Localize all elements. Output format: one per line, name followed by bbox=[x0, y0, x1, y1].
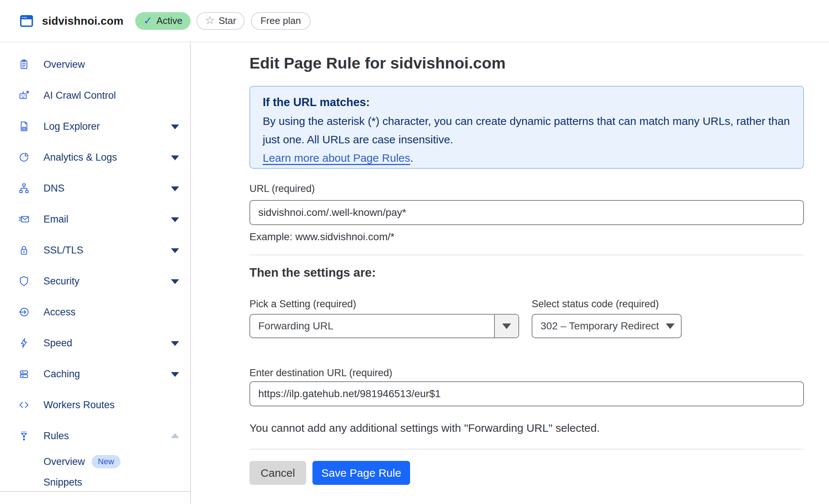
funnel-icon bbox=[18, 430, 29, 441]
info-box-body: By using the asterisk (*) character, you… bbox=[263, 112, 791, 149]
chevron-down-icon bbox=[171, 341, 179, 346]
new-badge: New bbox=[92, 455, 120, 468]
dropdown-arrow-icon bbox=[666, 323, 675, 329]
sidebar-item-label: Email bbox=[43, 214, 69, 225]
padlock-icon bbox=[18, 245, 29, 256]
status-badge-label: Active bbox=[157, 15, 183, 27]
destination-field-label: Enter destination URL (required) bbox=[249, 367, 392, 379]
sidebar-item-workers-routes[interactable]: Workers Routes bbox=[0, 389, 190, 420]
learn-more-link[interactable]: Learn more about Page Rules bbox=[263, 152, 410, 164]
dropdown-arrow-button[interactable] bbox=[494, 315, 518, 337]
setting-select-label: Pick a Setting (required) bbox=[249, 298, 356, 310]
chevron-down-icon bbox=[171, 248, 179, 253]
save-page-rule-button[interactable]: Save Page Rule bbox=[312, 461, 410, 485]
sidebar-item-label: Caching bbox=[43, 368, 80, 380]
top-bar: sidvishnoi.com ✓ Active ☆ Star Free plan bbox=[0, 0, 829, 42]
sidebar-item-label: DNS bbox=[43, 183, 64, 194]
sidebar-item-email[interactable]: Email bbox=[0, 204, 190, 235]
sidebar-item-overview[interactable]: Overview bbox=[0, 49, 190, 80]
sidebar-item-label: Log Explorer bbox=[43, 121, 100, 132]
sidebar-item-analytics-logs[interactable]: Analytics & Logs bbox=[0, 142, 190, 173]
dropdown-arrow-icon bbox=[502, 323, 511, 329]
url-example-hint: Example: www.sidvishnoi.com/* bbox=[249, 231, 395, 243]
sidebar-item-label: Rules bbox=[43, 430, 69, 442]
browser-window-icon bbox=[20, 14, 34, 28]
sidebar-subitem-label: Overview bbox=[43, 456, 85, 468]
site-name: sidvishnoi.com bbox=[42, 15, 123, 27]
sidebar-item-dns[interactable]: DNS bbox=[0, 173, 190, 204]
code-brackets-icon bbox=[18, 399, 29, 410]
sidebar-item-label: Overview bbox=[43, 59, 85, 70]
pie-chart-icon bbox=[18, 152, 29, 163]
divider bbox=[249, 255, 804, 255]
setting-select-value: Forwarding URL bbox=[250, 320, 333, 332]
lightning-icon bbox=[18, 337, 29, 349]
status-select-label: Select status code (required) bbox=[532, 298, 659, 310]
network-tree-icon bbox=[18, 183, 29, 194]
cancel-button[interactable]: Cancel bbox=[249, 461, 306, 485]
sidebar-nav: Overview AI Crawl Control bbox=[0, 42, 190, 493]
login-arrow-icon bbox=[18, 307, 29, 318]
sidebar-item-access[interactable]: Access bbox=[0, 297, 190, 328]
log-document-icon bbox=[18, 121, 29, 132]
clipboard-icon bbox=[18, 59, 29, 70]
star-button-label: Star bbox=[218, 15, 236, 27]
sidebar-item-label: Workers Routes bbox=[43, 399, 115, 411]
page-title: Edit Page Rule for sidvishnoi.com bbox=[249, 54, 506, 72]
divider bbox=[249, 449, 804, 449]
sidebar-subitem-rules-overview[interactable]: Overview New bbox=[0, 451, 190, 472]
settings-section-title: Then the settings are: bbox=[249, 266, 376, 280]
shield-icon bbox=[18, 276, 29, 287]
chevron-down-icon bbox=[171, 155, 179, 160]
envelope-icon bbox=[18, 214, 29, 225]
status-select[interactable]: 302 – Temporary Redirect bbox=[532, 314, 682, 338]
sidebar-item-label: Access bbox=[43, 307, 76, 318]
url-match-info-box: If the URL matches: By using the asteris… bbox=[249, 86, 804, 169]
url-field-label: URL (required) bbox=[249, 183, 315, 195]
chevron-down-icon bbox=[171, 279, 179, 284]
sidebar-item-ssl-tls[interactable]: SSL/TLS bbox=[0, 235, 190, 266]
sidebar-subitem-label: Snippets bbox=[43, 477, 82, 488]
sidebar-item-speed[interactable]: Speed bbox=[0, 328, 190, 358]
forwarding-url-note: You cannot add any additional settings w… bbox=[249, 422, 600, 434]
plan-badge-label: Free plan bbox=[260, 15, 301, 27]
sidebar-item-security[interactable]: Security bbox=[0, 266, 190, 297]
sidebar-subitem-snippets[interactable]: Snippets bbox=[0, 472, 190, 493]
sidebar-item-label: Speed bbox=[43, 337, 72, 349]
page: sidvishnoi.com ✓ Active ☆ Star Free plan… bbox=[0, 0, 829, 504]
robot-icon bbox=[18, 90, 29, 101]
sidebar-item-log-explorer[interactable]: Log Explorer bbox=[0, 111, 190, 142]
info-box-title: If the URL matches: bbox=[263, 96, 791, 109]
sidebar-item-caching[interactable]: Caching bbox=[0, 358, 190, 389]
sidebar-item-label: SSL/TLS bbox=[43, 245, 83, 256]
star-button[interactable]: ☆ Star bbox=[196, 12, 245, 30]
sidebar-item-rules[interactable]: Rules bbox=[0, 420, 190, 451]
sidebar-item-label: AI Crawl Control bbox=[43, 90, 116, 101]
sidebar: Overview AI Crawl Control bbox=[0, 42, 191, 504]
sidebar-divider bbox=[0, 491, 190, 492]
status-select-value: 302 – Temporary Redirect bbox=[532, 320, 659, 332]
star-icon: ☆ bbox=[205, 15, 215, 26]
chevron-down-icon bbox=[171, 372, 179, 377]
main-content: Edit Page Rule for sidvishnoi.com If the… bbox=[249, 42, 804, 504]
check-icon: ✓ bbox=[143, 15, 152, 26]
chevron-down-icon bbox=[171, 186, 179, 191]
chevron-down-icon bbox=[171, 125, 179, 129]
sidebar-item-label: Analytics & Logs bbox=[43, 152, 117, 163]
url-input[interactable] bbox=[249, 200, 804, 225]
chevron-up-icon bbox=[171, 433, 179, 438]
status-badge: ✓ Active bbox=[135, 12, 190, 30]
link-suffix: . bbox=[410, 152, 413, 164]
plan-badge: Free plan bbox=[251, 12, 311, 30]
sidebar-item-ai-crawl-control[interactable]: AI Crawl Control bbox=[0, 80, 190, 111]
destination-url-input[interactable] bbox=[249, 381, 804, 406]
sidebar-item-label: Security bbox=[43, 276, 80, 287]
server-stack-icon bbox=[18, 368, 29, 379]
chevron-down-icon bbox=[171, 217, 179, 222]
setting-select[interactable]: Forwarding URL bbox=[249, 314, 519, 338]
